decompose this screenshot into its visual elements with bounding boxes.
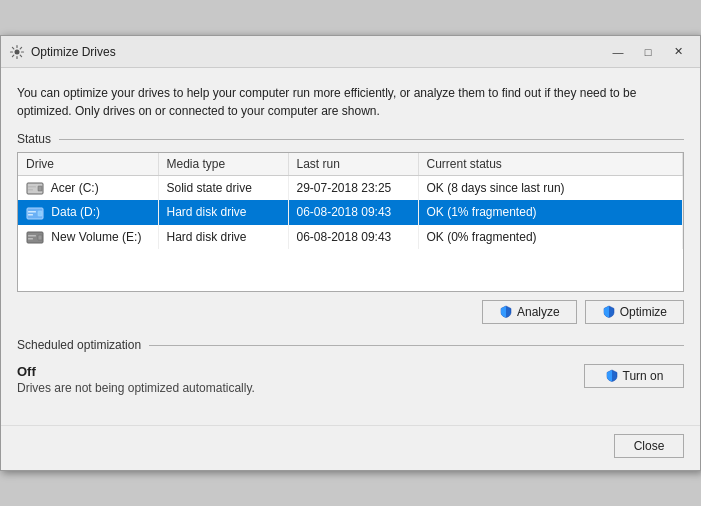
- table-row[interactable]: Data (D:) Hard disk drive 06-08-2018 09:…: [18, 200, 683, 224]
- turn-on-button[interactable]: Turn on: [584, 364, 684, 388]
- scheduled-description: Drives are not being optimized automatic…: [17, 381, 584, 395]
- svg-point-0: [15, 49, 20, 54]
- drive-icon: [26, 207, 44, 220]
- scheduled-content: Off Drives are not being optimized autom…: [17, 358, 684, 401]
- svg-rect-12: [28, 238, 33, 240]
- status-label: Status: [17, 132, 51, 146]
- svg-rect-7: [28, 211, 36, 213]
- svg-rect-10: [38, 235, 42, 240]
- last-run-cell: 06-08-2018 09:43: [288, 225, 418, 249]
- drive-name: Acer (C:): [51, 181, 99, 195]
- optimize-label: Optimize: [620, 305, 667, 319]
- minimize-button[interactable]: —: [604, 42, 632, 62]
- scheduled-info: Off Drives are not being optimized autom…: [17, 364, 584, 395]
- last-run-cell: 29-07-2018 23:25: [288, 176, 418, 201]
- svg-rect-8: [28, 214, 33, 216]
- table-row[interactable]: Acer (C:) Solid state drive 29-07-2018 2…: [18, 176, 683, 201]
- close-button[interactable]: ✕: [664, 42, 692, 62]
- col-header-media: Media type: [158, 153, 288, 176]
- drive-cell: Acer (C:): [18, 176, 158, 201]
- titlebar-app-icon: [9, 44, 25, 60]
- col-header-lastrun: Last run: [288, 153, 418, 176]
- window-title: Optimize Drives: [31, 45, 116, 59]
- drive-icon: [26, 231, 44, 244]
- analyze-optimize-row: Analyze Optimize: [17, 300, 684, 324]
- table-header-row: Drive Media type Last run Current status: [18, 153, 683, 176]
- status-cell: OK (1% fragmented): [418, 200, 683, 224]
- scheduled-label: Scheduled optimization: [17, 338, 141, 352]
- scheduled-divider: [149, 345, 684, 346]
- status-cell: OK (0% fragmented): [418, 225, 683, 249]
- maximize-button[interactable]: □: [634, 42, 662, 62]
- col-header-drive: Drive: [18, 153, 158, 176]
- close-footer-button[interactable]: Close: [614, 434, 684, 458]
- status-divider: [59, 139, 684, 140]
- drive-cell: New Volume (E:): [18, 225, 158, 249]
- description-text: You can optimize your drives to help you…: [17, 84, 684, 120]
- col-header-status: Current status: [418, 153, 683, 176]
- turn-on-label: Turn on: [623, 369, 664, 383]
- drives-table-area: Drive Media type Last run Current status…: [17, 152, 684, 292]
- analyze-shield-icon: [499, 305, 513, 319]
- analyze-button[interactable]: Analyze: [482, 300, 577, 324]
- svg-rect-2: [38, 186, 42, 191]
- titlebar: Optimize Drives — □ ✕: [1, 36, 700, 68]
- optimize-drives-window: Optimize Drives — □ ✕ You can optimize y…: [0, 35, 701, 471]
- svg-rect-4: [28, 189, 33, 191]
- titlebar-controls: — □ ✕: [604, 42, 692, 62]
- drive-name: New Volume (E:): [51, 230, 141, 244]
- drive-cell: Data (D:): [18, 200, 158, 224]
- turnon-shield-icon: [605, 369, 619, 383]
- media-type-cell: Solid state drive: [158, 176, 288, 201]
- scheduled-section: Scheduled optimization Off Drives are no…: [17, 338, 684, 401]
- analyze-label: Analyze: [517, 305, 560, 319]
- svg-rect-11: [28, 235, 36, 237]
- optimize-shield-icon: [602, 305, 616, 319]
- main-content: You can optimize your drives to help you…: [1, 68, 700, 425]
- svg-rect-6: [38, 211, 42, 216]
- last-run-cell: 06-08-2018 09:43: [288, 200, 418, 224]
- table-row[interactable]: New Volume (E:) Hard disk drive 06-08-20…: [18, 225, 683, 249]
- media-type-cell: Hard disk drive: [158, 200, 288, 224]
- footer: Close: [1, 425, 700, 470]
- scheduled-status: Off: [17, 364, 584, 379]
- media-type-cell: Hard disk drive: [158, 225, 288, 249]
- scheduled-section-header: Scheduled optimization: [17, 338, 684, 352]
- drive-name: Data (D:): [51, 205, 100, 219]
- drive-icon: [26, 182, 44, 195]
- titlebar-left: Optimize Drives: [9, 44, 116, 60]
- drives-table: Drive Media type Last run Current status…: [18, 153, 683, 249]
- optimize-button[interactable]: Optimize: [585, 300, 684, 324]
- status-section-header: Status: [17, 132, 684, 146]
- status-cell: OK (8 days since last run): [418, 176, 683, 201]
- svg-rect-3: [28, 186, 36, 188]
